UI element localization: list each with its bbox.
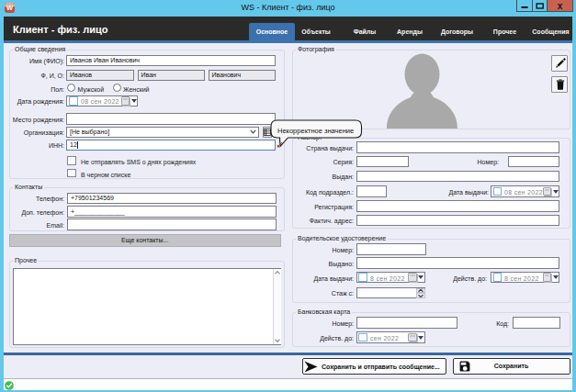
svg-text:x: x <box>558 1 563 11</box>
